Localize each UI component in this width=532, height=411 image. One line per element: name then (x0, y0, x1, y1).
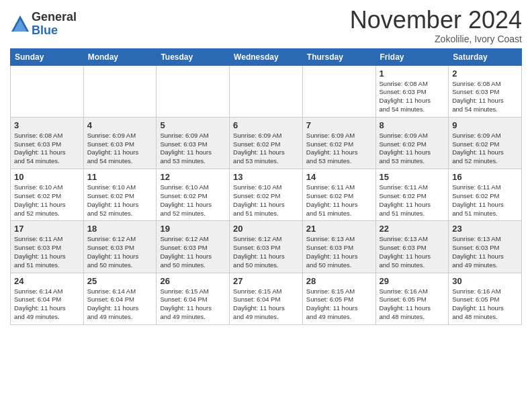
week-row-2: 3Sunrise: 6:08 AM Sunset: 6:03 PM Daylig… (11, 117, 522, 169)
table-cell: 5Sunrise: 6:09 AM Sunset: 6:03 PM Daylig… (157, 117, 230, 169)
day-info: Sunrise: 6:09 AM Sunset: 6:02 PM Dayligh… (306, 132, 372, 166)
logo-icon (10, 14, 30, 34)
table-cell: 2Sunrise: 6:08 AM Sunset: 6:03 PM Daylig… (449, 65, 522, 117)
logo-general: General (32, 11, 77, 24)
day-info: Sunrise: 6:10 AM Sunset: 6:02 PM Dayligh… (87, 183, 153, 218)
day-number: 8 (380, 120, 445, 130)
day-number: 23 (452, 224, 518, 234)
day-number: 9 (452, 120, 518, 130)
day-info: Sunrise: 6:12 AM Sunset: 6:03 PM Dayligh… (233, 235, 299, 269)
day-info: Sunrise: 6:13 AM Sunset: 6:03 PM Dayligh… (380, 235, 445, 269)
day-number: 11 (87, 172, 153, 182)
day-number: 15 (380, 172, 445, 182)
logo: General Blue (10, 11, 77, 38)
col-monday: Monday (83, 48, 157, 65)
day-number: 12 (160, 172, 226, 182)
logo-text: General Blue (32, 11, 77, 38)
col-wednesday: Wednesday (230, 48, 303, 65)
day-number: 1 (380, 68, 445, 79)
table-cell (302, 65, 375, 117)
day-info: Sunrise: 6:12 AM Sunset: 6:03 PM Dayligh… (160, 235, 226, 269)
day-number: 2 (452, 68, 518, 79)
day-info: Sunrise: 6:15 AM Sunset: 6:04 PM Dayligh… (233, 287, 299, 322)
page: General Blue November 2024 Zokolilie, Iv… (0, 0, 532, 411)
day-number: 29 (380, 276, 445, 286)
title-block: November 2024 Zokolilie, Ivory Coast (350, 7, 522, 44)
day-info: Sunrise: 6:09 AM Sunset: 6:02 PM Dayligh… (233, 132, 299, 166)
table-cell: 28Sunrise: 6:15 AM Sunset: 6:05 PM Dayli… (302, 273, 375, 324)
table-cell: 17Sunrise: 6:11 AM Sunset: 6:03 PM Dayli… (11, 221, 84, 273)
day-info: Sunrise: 6:16 AM Sunset: 6:05 PM Dayligh… (380, 287, 445, 322)
day-info: Sunrise: 6:08 AM Sunset: 6:03 PM Dayligh… (14, 132, 80, 166)
month-title: November 2024 (350, 7, 522, 34)
table-cell: 22Sunrise: 6:13 AM Sunset: 6:03 PM Dayli… (375, 221, 449, 273)
day-info: Sunrise: 6:11 AM Sunset: 6:03 PM Dayligh… (14, 235, 80, 269)
day-number: 18 (87, 224, 153, 234)
day-number: 10 (14, 172, 80, 182)
day-info: Sunrise: 6:10 AM Sunset: 6:02 PM Dayligh… (160, 183, 226, 218)
day-info: Sunrise: 6:09 AM Sunset: 6:02 PM Dayligh… (380, 132, 445, 166)
day-number: 25 (87, 276, 153, 286)
table-cell: 16Sunrise: 6:11 AM Sunset: 6:02 PM Dayli… (449, 169, 522, 221)
day-info: Sunrise: 6:13 AM Sunset: 6:03 PM Dayligh… (306, 235, 372, 269)
table-cell: 21Sunrise: 6:13 AM Sunset: 6:03 PM Dayli… (302, 221, 375, 273)
table-cell: 18Sunrise: 6:12 AM Sunset: 6:03 PM Dayli… (83, 221, 157, 273)
day-info: Sunrise: 6:11 AM Sunset: 6:02 PM Dayligh… (380, 183, 445, 218)
col-thursday: Thursday (302, 48, 375, 65)
day-info: Sunrise: 6:11 AM Sunset: 6:02 PM Dayligh… (452, 183, 518, 218)
table-cell: 9Sunrise: 6:09 AM Sunset: 6:02 PM Daylig… (449, 117, 522, 169)
table-cell: 11Sunrise: 6:10 AM Sunset: 6:02 PM Dayli… (83, 169, 157, 221)
table-cell: 14Sunrise: 6:11 AM Sunset: 6:02 PM Dayli… (302, 169, 375, 221)
day-number: 4 (87, 120, 153, 130)
day-number: 16 (452, 172, 518, 182)
table-cell: 7Sunrise: 6:09 AM Sunset: 6:02 PM Daylig… (302, 117, 375, 169)
day-info: Sunrise: 6:14 AM Sunset: 6:04 PM Dayligh… (87, 287, 153, 322)
day-number: 22 (380, 224, 445, 234)
col-tuesday: Tuesday (157, 48, 230, 65)
day-info: Sunrise: 6:10 AM Sunset: 6:02 PM Dayligh… (14, 183, 80, 218)
table-cell: 27Sunrise: 6:15 AM Sunset: 6:04 PM Dayli… (230, 273, 303, 324)
day-info: Sunrise: 6:09 AM Sunset: 6:03 PM Dayligh… (160, 132, 226, 166)
day-number: 6 (233, 120, 299, 130)
day-number: 21 (306, 224, 372, 234)
table-cell (11, 65, 84, 117)
table-cell: 10Sunrise: 6:10 AM Sunset: 6:02 PM Dayli… (11, 169, 84, 221)
day-info: Sunrise: 6:08 AM Sunset: 6:03 PM Dayligh… (452, 80, 518, 114)
table-cell (83, 65, 157, 117)
logo-blue: Blue (32, 24, 77, 38)
col-friday: Friday (375, 48, 449, 65)
day-info: Sunrise: 6:09 AM Sunset: 6:02 PM Dayligh… (452, 132, 518, 166)
day-number: 5 (160, 120, 226, 130)
table-cell: 23Sunrise: 6:13 AM Sunset: 6:03 PM Dayli… (449, 221, 522, 273)
week-row-3: 10Sunrise: 6:10 AM Sunset: 6:02 PM Dayli… (11, 169, 522, 221)
week-row-5: 24Sunrise: 6:14 AM Sunset: 6:04 PM Dayli… (11, 273, 522, 324)
day-info: Sunrise: 6:12 AM Sunset: 6:03 PM Dayligh… (87, 235, 153, 269)
header: General Blue November 2024 Zokolilie, Iv… (10, 7, 522, 44)
calendar-table: Sunday Monday Tuesday Wednesday Thursday… (10, 48, 522, 325)
day-number: 20 (233, 224, 299, 234)
table-cell: 13Sunrise: 6:10 AM Sunset: 6:02 PM Dayli… (230, 169, 303, 221)
day-info: Sunrise: 6:11 AM Sunset: 6:02 PM Dayligh… (306, 183, 372, 218)
col-sunday: Sunday (11, 48, 84, 65)
day-number: 3 (14, 120, 80, 130)
day-number: 17 (14, 224, 80, 234)
table-cell: 24Sunrise: 6:14 AM Sunset: 6:04 PM Dayli… (11, 273, 84, 324)
table-cell: 6Sunrise: 6:09 AM Sunset: 6:02 PM Daylig… (230, 117, 303, 169)
table-cell: 29Sunrise: 6:16 AM Sunset: 6:05 PM Dayli… (375, 273, 449, 324)
day-info: Sunrise: 6:14 AM Sunset: 6:04 PM Dayligh… (14, 287, 80, 322)
day-info: Sunrise: 6:09 AM Sunset: 6:03 PM Dayligh… (87, 132, 153, 166)
table-cell: 20Sunrise: 6:12 AM Sunset: 6:03 PM Dayli… (230, 221, 303, 273)
day-number: 7 (306, 120, 372, 130)
day-info: Sunrise: 6:10 AM Sunset: 6:02 PM Dayligh… (233, 183, 299, 218)
table-cell (157, 65, 230, 117)
day-number: 19 (160, 224, 226, 234)
day-number: 13 (233, 172, 299, 182)
table-cell: 4Sunrise: 6:09 AM Sunset: 6:03 PM Daylig… (83, 117, 157, 169)
table-cell: 15Sunrise: 6:11 AM Sunset: 6:02 PM Dayli… (375, 169, 449, 221)
table-cell: 19Sunrise: 6:12 AM Sunset: 6:03 PM Dayli… (157, 221, 230, 273)
day-number: 14 (306, 172, 372, 182)
week-row-4: 17Sunrise: 6:11 AM Sunset: 6:03 PM Dayli… (11, 221, 522, 273)
day-info: Sunrise: 6:15 AM Sunset: 6:04 PM Dayligh… (160, 287, 226, 322)
day-number: 28 (306, 276, 372, 286)
table-cell: 1Sunrise: 6:08 AM Sunset: 6:03 PM Daylig… (375, 65, 449, 117)
